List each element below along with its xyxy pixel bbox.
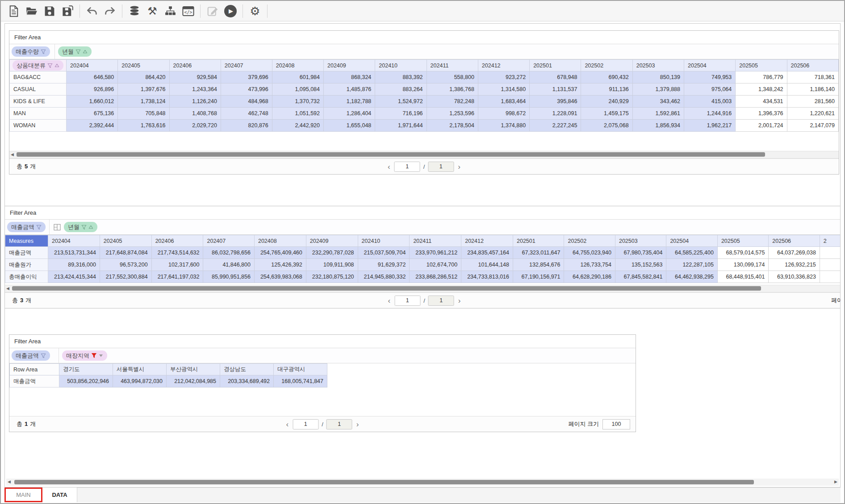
column-header[interactable]: 202506 bbox=[769, 235, 820, 247]
next-page-button[interactable]: › bbox=[457, 163, 461, 171]
column-header[interactable]: 대구광역시 bbox=[274, 364, 327, 375]
value-cell[interactable]: 63,910,336,823 bbox=[769, 271, 820, 283]
column-header[interactable]: 202411 bbox=[410, 235, 461, 247]
value-cell[interactable]: 96,573,200 bbox=[100, 259, 151, 271]
field-chip[interactable]: 매출금액 bbox=[12, 350, 50, 361]
value-cell[interactable]: 1,408,768 bbox=[169, 108, 221, 120]
value-cell[interactable]: 2,227,245 bbox=[530, 120, 581, 132]
value-cell[interactable]: 929,584 bbox=[169, 71, 221, 83]
scroll-left-icon[interactable]: ◀ bbox=[8, 479, 11, 485]
grid-hscrollbar[interactable]: ◀ bbox=[5, 285, 841, 292]
grid-hscrollbar[interactable]: ◀ bbox=[9, 151, 839, 158]
value-cell[interactable]: 109,911,908 bbox=[306, 259, 358, 271]
value-cell[interactable]: 1,386,768 bbox=[427, 83, 478, 96]
value-cell[interactable]: 1,683,464 bbox=[478, 96, 529, 108]
value-cell[interactable]: 883,392 bbox=[375, 71, 427, 83]
row-label-cell[interactable]: 총매출이익 bbox=[5, 271, 48, 283]
value-cell[interactable]: 786,779 bbox=[736, 71, 787, 83]
value-cell[interactable]: 749,953 bbox=[684, 71, 735, 83]
column-header[interactable]: 202407 bbox=[203, 235, 254, 247]
column-header[interactable]: 202504 bbox=[684, 60, 735, 71]
value-cell[interactable]: 503,856,202,946 bbox=[59, 375, 113, 387]
value-cell[interactable]: 379,696 bbox=[221, 71, 272, 83]
value-cell[interactable]: 68,448,915,401 bbox=[717, 271, 768, 283]
column-header[interactable]: 202503 bbox=[615, 235, 666, 247]
value-cell[interactable]: 214,945,880,332 bbox=[358, 271, 410, 283]
value-cell[interactable]: 67,190,156,971 bbox=[513, 271, 564, 283]
value-cell[interactable]: 1,396,376 bbox=[736, 108, 787, 120]
column-header[interactable]: 202501 bbox=[530, 60, 581, 71]
value-cell[interactable]: 463,994,872,030 bbox=[113, 375, 167, 387]
next-page-button[interactable]: › bbox=[356, 421, 360, 428]
column-header[interactable]: 경상남도 bbox=[220, 364, 274, 375]
filter-area[interactable]: Filter Area bbox=[5, 206, 841, 220]
open-folder-button[interactable] bbox=[23, 4, 40, 19]
value-cell[interactable] bbox=[820, 259, 841, 271]
column-header[interactable]: 202506 bbox=[787, 60, 838, 71]
value-cell[interactable]: 646,580 bbox=[67, 71, 118, 83]
value-cell[interactable]: 217,641,197,032 bbox=[151, 271, 203, 283]
value-cell[interactable]: 64,628,290,186 bbox=[564, 271, 615, 283]
value-cell[interactable]: 130,099,174 bbox=[717, 259, 768, 271]
value-cell[interactable]: 64,462,938,295 bbox=[666, 271, 717, 283]
layout-split-button[interactable] bbox=[53, 223, 62, 232]
value-cell[interactable]: 102,674,700 bbox=[410, 259, 461, 271]
value-cell[interactable]: 1,131,537 bbox=[530, 83, 581, 96]
filter-area[interactable]: Filter Area bbox=[9, 335, 636, 348]
value-cell[interactable]: 395,846 bbox=[530, 96, 581, 108]
page-size-input[interactable]: 100 bbox=[602, 419, 630, 429]
value-cell[interactable]: 213,513,731,344 bbox=[48, 247, 100, 259]
field-chip[interactable]: 매출금액 bbox=[7, 222, 46, 232]
value-cell[interactable]: 782,248 bbox=[427, 96, 478, 108]
value-cell[interactable]: 601,984 bbox=[272, 71, 323, 83]
page-input[interactable]: 1 bbox=[394, 162, 420, 172]
value-cell[interactable]: 1,370,732 bbox=[272, 96, 323, 108]
next-page-button[interactable]: › bbox=[457, 297, 462, 304]
value-cell[interactable]: 86,032,798,656 bbox=[203, 247, 254, 259]
value-cell[interactable]: 2,392,444 bbox=[67, 120, 118, 132]
value-cell[interactable]: 820,876 bbox=[221, 120, 272, 132]
value-cell[interactable]: 558,800 bbox=[427, 71, 478, 83]
row-label-cell[interactable]: MAN bbox=[10, 108, 67, 120]
field-chip[interactable]: 매장지역 bbox=[62, 350, 107, 361]
value-cell[interactable]: 473,996 bbox=[221, 83, 272, 96]
value-cell[interactable]: 998,672 bbox=[478, 108, 529, 120]
value-cell[interactable]: 1,051,592 bbox=[272, 108, 323, 120]
row-label-cell[interactable]: 매출원가 bbox=[5, 259, 48, 271]
value-cell[interactable]: 91,629,372 bbox=[358, 259, 410, 271]
value-cell[interactable]: 254,765,409,460 bbox=[254, 247, 306, 259]
column-header[interactable]: 202410 bbox=[375, 60, 427, 71]
column-header[interactable]: 202412 bbox=[478, 60, 529, 71]
value-cell[interactable]: 64,585,225,400 bbox=[666, 247, 717, 259]
value-cell[interactable]: 850,139 bbox=[632, 71, 684, 83]
column-header[interactable]: 서울특별시 bbox=[113, 364, 167, 375]
save-all-button[interactable] bbox=[59, 4, 76, 19]
row-label-cell[interactable]: 매출금액 bbox=[5, 247, 48, 259]
run-button[interactable]: ▶ bbox=[222, 4, 239, 19]
value-cell[interactable]: 1,253,596 bbox=[427, 108, 478, 120]
value-cell[interactable]: 2,029,720 bbox=[169, 120, 221, 132]
value-cell[interactable]: 462,748 bbox=[221, 108, 272, 120]
value-cell[interactable]: 690,432 bbox=[581, 71, 632, 83]
prev-page-button[interactable]: ‹ bbox=[387, 297, 392, 304]
row-label-cell[interactable]: BAG&ACC bbox=[10, 71, 67, 83]
value-cell[interactable]: 1,379,888 bbox=[632, 83, 684, 96]
tab-data[interactable]: DATA bbox=[42, 487, 77, 502]
column-header[interactable]: 202501 bbox=[513, 235, 564, 247]
value-cell[interactable]: 2,178,504 bbox=[427, 120, 478, 132]
scrollbar-thumb[interactable] bbox=[12, 286, 761, 291]
value-cell[interactable]: 126,932,215 bbox=[769, 259, 820, 271]
value-cell[interactable]: 415,003 bbox=[684, 96, 735, 108]
value-cell[interactable]: 926,896 bbox=[67, 83, 118, 96]
scrollbar-thumb[interactable] bbox=[14, 480, 754, 484]
column-header[interactable]: 202504 bbox=[666, 235, 717, 247]
value-cell[interactable]: 1,243,364 bbox=[169, 83, 221, 96]
column-header[interactable]: 202502 bbox=[581, 60, 632, 71]
field-chip[interactable]: 년월 bbox=[58, 46, 92, 57]
prev-page-button[interactable]: ‹ bbox=[285, 421, 290, 428]
value-cell[interactable]: 1,244,916 bbox=[684, 108, 735, 120]
page-input[interactable]: 1 bbox=[394, 296, 420, 306]
value-cell[interactable]: 234,835,457,164 bbox=[461, 247, 513, 259]
column-header[interactable]: 202410 bbox=[358, 235, 410, 247]
value-cell[interactable]: 1,738,124 bbox=[118, 96, 169, 108]
